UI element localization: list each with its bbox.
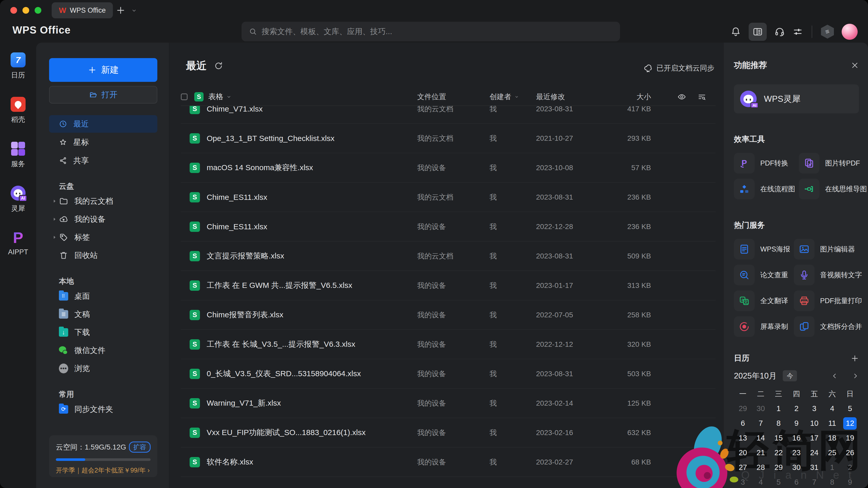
table-row[interactable]: SWarning_V71_新.xlsx我的设备我2023-02-14125 KB: [181, 389, 716, 418]
sidebar-item-starred[interactable]: 星标: [49, 133, 157, 151]
calendar-day[interactable]: 2: [790, 402, 803, 415]
file-name[interactable]: 软件名称.xlsx: [207, 457, 253, 467]
close-icon[interactable]: [851, 61, 859, 69]
app-item[interactable]: 图片转PDF: [799, 153, 867, 173]
file-name[interactable]: 0_长城_V3.5_仪表_SRD...53158904064.xlsx: [207, 368, 361, 379]
calendar-day[interactable]: 9: [790, 417, 803, 430]
calendar-day[interactable]: 22: [772, 447, 785, 459]
calendar-day[interactable]: 27: [736, 461, 750, 474]
calendar-day[interactable]: 28: [754, 461, 768, 474]
column-modified[interactable]: 最近修改: [536, 92, 610, 102]
wps-lingxi-card[interactable]: AI WPS灵犀: [734, 85, 859, 113]
app-item[interactable]: 屏幕录制: [734, 316, 790, 337]
calendar-day[interactable]: 30: [790, 461, 803, 474]
column-creator[interactable]: 创建者: [490, 92, 511, 102]
open-file-button[interactable]: 打开: [49, 86, 157, 103]
type-filter[interactable]: 表格: [208, 92, 223, 102]
table-row[interactable]: SChime_ES11.xlsx我的云文档我2023-08-31236 KB: [181, 183, 716, 212]
file-name[interactable]: 工作表 在 长城_V3.5_...提示报警_V6.3.xlsx: [207, 339, 355, 350]
settings-icon[interactable]: [793, 27, 803, 37]
calendar-day[interactable]: 30: [754, 402, 768, 415]
calendar-day[interactable]: 13: [736, 432, 750, 444]
table-row[interactable]: SChime_V71.xlsx我的云文档我2023-08-31417 KB: [181, 106, 716, 124]
app-item[interactable]: 图片编辑器: [794, 239, 862, 259]
calendar-day[interactable]: 5: [843, 402, 857, 415]
calendar-day[interactable]: 4: [826, 402, 839, 415]
membership-badge-icon[interactable]: ≡: [821, 25, 834, 39]
calendar-day[interactable]: 21: [754, 447, 768, 459]
window-tab[interactable]: W WPS Office: [52, 2, 113, 18]
app-item[interactable]: WPS海报: [734, 239, 790, 259]
calendar-day[interactable]: 1: [826, 461, 839, 474]
sidebar-item-my-cloud-docs[interactable]: 我的云文档: [49, 192, 157, 210]
calendar-day[interactable]: 5: [772, 476, 785, 488]
rail-item-services[interactable]: 服务: [10, 141, 26, 169]
calendar-day[interactable]: 26: [843, 447, 857, 459]
calendar-day[interactable]: 8: [772, 417, 785, 430]
file-name[interactable]: Chime_ES11.xlsx: [207, 222, 268, 231]
today-button[interactable]: 今: [783, 370, 797, 381]
refresh-icon[interactable]: [214, 61, 223, 70]
calendar-day[interactable]: 15: [772, 432, 785, 444]
rail-item-aippt[interactable]: P AIPPT: [8, 230, 28, 256]
table-row[interactable]: S文言提示报警策略.xlsx我的云文档我2023-08-31509 KB: [181, 241, 716, 271]
calendar-day[interactable]: 7: [808, 476, 821, 488]
calendar-day[interactable]: 6: [736, 417, 750, 430]
expand-caret-icon[interactable]: [50, 199, 59, 204]
calendar-day[interactable]: 29: [772, 461, 785, 474]
file-name[interactable]: 工作表 在 E GWM 共...提示报警_V6.5.xlsx: [207, 280, 352, 291]
calendar-day[interactable]: 17: [808, 432, 821, 444]
chevron-down-icon[interactable]: [226, 94, 231, 99]
app-item[interactable]: 在线思维导图: [799, 179, 867, 199]
calendar-day[interactable]: 16: [790, 432, 803, 444]
file-name[interactable]: Warning_V71_新.xlsx: [207, 398, 281, 409]
select-all-checkbox[interactable]: [181, 94, 188, 100]
tab-list-button[interactable]: [131, 8, 137, 13]
display-settings-icon[interactable]: [698, 92, 706, 101]
expand-storage-button[interactable]: 扩容: [129, 442, 151, 453]
app-item[interactable]: 文档拆分合并: [794, 316, 862, 337]
expand-caret-icon[interactable]: [50, 217, 59, 222]
calendar-day[interactable]: 4: [754, 476, 768, 488]
calendar-day[interactable]: 19: [843, 432, 857, 444]
calendar-day-selected[interactable]: 12: [843, 417, 857, 430]
calendar-day[interactable]: 8: [826, 476, 839, 488]
table-row[interactable]: S0_长城_V3.5_仪表_SRD...53158904064.xlsx我的设备…: [181, 359, 716, 389]
cloud-sync-status[interactable]: 已开启文档云同步: [644, 63, 714, 73]
rail-item-calendar[interactable]: 7 日历: [10, 53, 26, 80]
zoom-button[interactable]: [35, 7, 41, 14]
calendar-day[interactable]: 6: [790, 476, 803, 488]
calendar-day[interactable]: 29: [736, 402, 750, 415]
eye-icon[interactable]: [677, 92, 686, 101]
calendar-day[interactable]: 9: [843, 476, 857, 488]
chevron-down-icon[interactable]: [514, 95, 519, 99]
calendar-day[interactable]: 3: [808, 402, 821, 415]
search-bar[interactable]: 搜索文件、模板、文库、应用、技巧...: [242, 22, 620, 41]
calendar-day[interactable]: 18: [826, 432, 839, 444]
calendar-day[interactable]: 7: [754, 417, 768, 430]
sidebar-item-documents[interactable]: ≣ 文稿: [49, 305, 157, 323]
calendar-day[interactable]: 24: [808, 447, 821, 459]
sidebar-item-desktop[interactable]: ⠿ 桌面: [49, 287, 157, 305]
calendar-day[interactable]: 1: [772, 402, 785, 415]
add-event-icon[interactable]: [851, 354, 859, 362]
table-row[interactable]: SChime报警音列表.xlsx我的设备我2022-07-05258 KB: [181, 300, 716, 330]
sidebar-item-sync-folder[interactable]: ⟳ 同步文件夹: [49, 400, 157, 418]
close-button[interactable]: [10, 7, 17, 14]
file-name[interactable]: Chime_ES11.xlsx: [207, 193, 268, 202]
support-icon[interactable]: [774, 27, 785, 37]
table-row[interactable]: SChime_ES11.xlsx我的设备我2022-12-28236 KB: [181, 212, 716, 241]
calendar-day[interactable]: 25: [826, 447, 839, 459]
table-row[interactable]: SVxx EU_FIP功能测试_SO...1883_0216(1).xlsx我的…: [181, 418, 716, 448]
calendar-day[interactable]: 2: [843, 461, 857, 474]
calendar-day[interactable]: 14: [754, 432, 768, 444]
file-name[interactable]: Ope_13_1_BT Setting_Checklist.xlsx: [207, 134, 335, 143]
new-tab-button[interactable]: [116, 5, 126, 15]
minimize-button[interactable]: [23, 7, 29, 14]
notifications-icon[interactable]: [731, 27, 741, 37]
table-row[interactable]: S软件名称.xlsx我的设备我2023-02-2768 KB: [181, 448, 716, 477]
app-item[interactable]: 论文查重: [734, 265, 790, 285]
file-name[interactable]: Vxx EU_FIP功能测试_SO...1883_0216(1).xlsx: [207, 427, 366, 438]
sidebar-item-shared[interactable]: 共享: [49, 152, 157, 169]
app-item[interactable]: PDF批量打印: [794, 291, 862, 311]
